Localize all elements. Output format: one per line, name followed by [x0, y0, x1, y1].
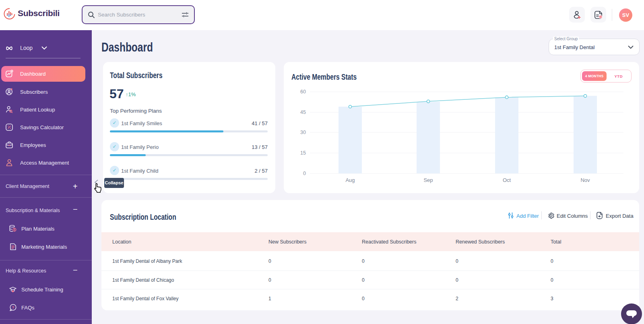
svg-text:60: 60: [300, 89, 306, 95]
svg-text:15: 15: [300, 150, 306, 156]
svg-text:30: 30: [300, 130, 306, 135]
svg-text:45: 45: [300, 109, 306, 115]
svg-text:Aug: Aug: [345, 177, 355, 183]
svg-text:?: ?: [12, 305, 14, 310]
svg-text:Sep: Sep: [423, 177, 433, 183]
svg-text:Nov: Nov: [580, 177, 590, 183]
svg-text:Oct: Oct: [503, 177, 511, 183]
svg-text:$: $: [14, 228, 15, 231]
svg-text:0: 0: [303, 171, 306, 176]
